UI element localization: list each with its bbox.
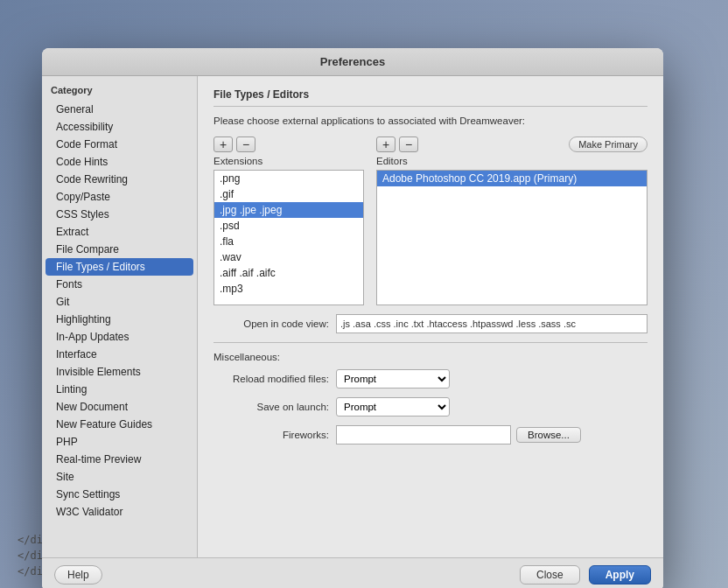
sidebar-item-new-document[interactable]: New Document [42, 398, 197, 416]
save-on-launch-row: Save on launch: PromptAlwaysNever [214, 397, 648, 416]
apply-button[interactable]: Apply [589, 565, 651, 584]
sidebar-item-css-styles[interactable]: CSS Styles [42, 206, 197, 223]
extensions-list[interactable]: .png.gif.jpg .jpe .jpeg.psd.fla.wav.aiff… [214, 170, 364, 305]
extension-item[interactable]: .wav [214, 249, 363, 265]
extension-item[interactable]: .fla [214, 234, 363, 249]
extension-item[interactable]: .png [214, 171, 363, 186]
sidebar-item-accessibility[interactable]: Accessibility [42, 118, 197, 136]
sidebar-item-code-format[interactable]: Code Format [42, 136, 197, 153]
section-title: File Types / Editors [214, 88, 648, 107]
sidebar-item-git[interactable]: Git [42, 293, 197, 311]
two-col-controls: + − Extensions .png.gif.jpg .jpe .jpeg.p… [214, 136, 648, 305]
dialog-title: Preferences [320, 55, 385, 68]
extension-item[interactable]: .gif [214, 186, 363, 202]
editors-column: + − Make Primary Editors Adobe Photoshop… [376, 136, 648, 305]
preferences-dialog: Preferences Category GeneralAccessibilit… [42, 48, 663, 588]
footer-right: Close Apply [520, 565, 651, 584]
fireworks-label: Fireworks: [214, 430, 336, 440]
help-button[interactable]: Help [54, 565, 102, 584]
editors-list[interactable]: Adobe Photoshop CC 2019.app (Primary) [376, 170, 648, 305]
extensions-header: Extensions [214, 156, 364, 166]
dialog-footer: Help Close Apply [42, 557, 663, 588]
reload-modified-label: Reload modified files: [214, 374, 336, 384]
ed-add-button[interactable]: + [376, 136, 396, 152]
sidebar-item-extract[interactable]: Extract [42, 223, 197, 241]
category-sidebar: Category GeneralAccessibilityCode Format… [42, 76, 198, 557]
reload-modified-select[interactable]: PromptAlwaysNever [336, 369, 450, 388]
open-in-code-view-row: Open in code view: [214, 314, 648, 333]
section-divider [214, 342, 648, 343]
extension-item[interactable]: .mp3 [214, 281, 363, 297]
save-on-launch-select[interactable]: PromptAlwaysNever [336, 397, 450, 416]
sidebar-item-new-feature-guides[interactable]: New Feature Guides [42, 416, 197, 433]
save-on-launch-label: Save on launch: [214, 402, 336, 412]
editor-item[interactable]: Adobe Photoshop CC 2019.app (Primary) [377, 171, 647, 186]
browse-button[interactable]: Browse... [516, 427, 581, 443]
sidebar-item-fonts[interactable]: Fonts [42, 276, 197, 293]
sidebar-item-in-app-updates[interactable]: In-App Updates [42, 328, 197, 346]
sidebar-item-realtime-preview[interactable]: Real-time Preview [42, 451, 197, 468]
sidebar-item-invisible-elements[interactable]: Invisible Elements [42, 363, 197, 381]
sidebar-item-copy-paste[interactable]: Copy/Paste [42, 188, 197, 206]
extension-item[interactable]: .jpg .jpe .jpeg [214, 202, 363, 218]
sidebar-item-site[interactable]: Site [42, 468, 197, 486]
editors-header: Editors [376, 156, 648, 166]
miscellaneous-label: Miscellaneous: [214, 352, 648, 362]
sidebar-item-w3c-validator[interactable]: W3C Validator [42, 503, 197, 521]
ext-remove-button[interactable]: − [236, 136, 256, 152]
ext-btn-group: + − [214, 136, 364, 152]
content-area: File Types / Editors Please choose exter… [198, 76, 663, 557]
sidebar-item-code-rewriting[interactable]: Code Rewriting [42, 171, 197, 188]
extensions-column: + − Extensions .png.gif.jpg .jpe .jpeg.p… [214, 136, 364, 305]
sidebar-item-linting[interactable]: Linting [42, 381, 197, 398]
close-button[interactable]: Close [520, 565, 580, 584]
sidebar-header: Category [42, 81, 197, 101]
sidebar-item-sync-settings[interactable]: Sync Settings [42, 486, 197, 503]
sidebar-item-highlighting[interactable]: Highlighting [42, 311, 197, 328]
dialog-titlebar: Preferences [42, 48, 663, 76]
sidebar-item-interface[interactable]: Interface [42, 346, 197, 363]
sidebar-items-container: GeneralAccessibilityCode FormatCode Hint… [42, 101, 197, 521]
sidebar-item-file-types-editors[interactable]: File Types / Editors [46, 258, 193, 276]
extension-item[interactable]: .psd [214, 218, 363, 234]
reload-modified-row: Reload modified files: PromptAlwaysNever [214, 369, 648, 388]
fireworks-row: Fireworks: Browse... [214, 425, 648, 444]
ext-add-button[interactable]: + [214, 136, 233, 152]
open-in-code-view-input[interactable] [336, 314, 648, 333]
make-primary-button[interactable]: Make Primary [569, 136, 648, 152]
fireworks-input[interactable] [336, 425, 511, 444]
ed-btn-group: + − Make Primary [376, 136, 648, 152]
sidebar-item-code-hints[interactable]: Code Hints [42, 153, 197, 171]
sidebar-item-general[interactable]: General [42, 101, 197, 118]
ed-remove-button[interactable]: − [399, 136, 418, 152]
sidebar-item-file-compare[interactable]: File Compare [42, 241, 197, 258]
open-in-code-view-label: Open in code view: [214, 318, 336, 329]
dialog-body: Category GeneralAccessibilityCode Format… [42, 76, 663, 557]
description-text: Please choose external applications to a… [214, 116, 648, 126]
extension-item[interactable]: .aiff .aif .aifc [214, 265, 363, 281]
sidebar-item-php[interactable]: PHP [42, 433, 197, 451]
